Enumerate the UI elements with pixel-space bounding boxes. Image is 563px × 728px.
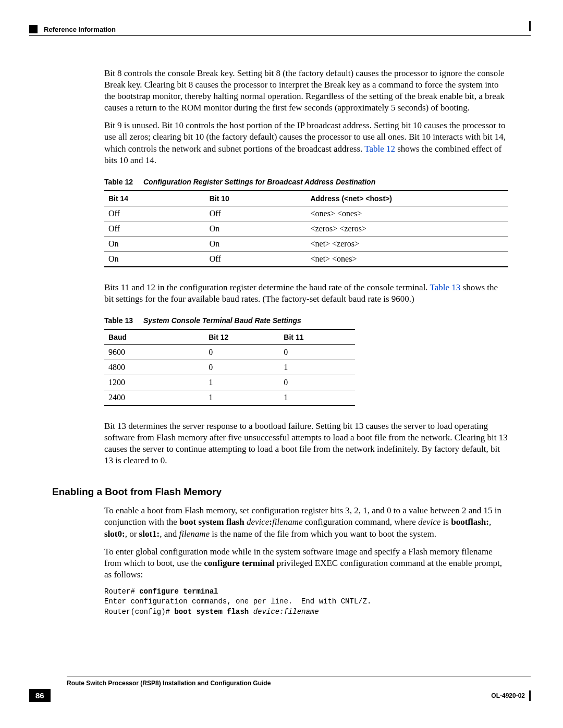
paragraph-bit13: Bit 13 determines the server response to… [104,421,508,466]
table12-h1: Bit 10 [205,191,307,206]
header-square-icon [29,25,38,33]
table13-caption-label: Table 13 [104,316,133,325]
table12: Bit 14 Bit 10 Address (<net> <host>) Off… [104,190,508,267]
table-header-row: Baud Bit 12 Bit 11 [104,329,355,345]
table-row: 480001 [104,360,355,375]
table-row: OffOff<ones> <ones> [104,206,508,221]
page-header: Reference Information [29,25,531,33]
table13-h1: Bit 12 [204,329,279,345]
footer-right-marker [529,690,531,701]
paragraph-bit9-10: Bit 9 is unused. Bit 10 controls the hos… [104,120,508,166]
table12-caption-text: Configuration Register Settings for Broa… [143,178,375,186]
footer-rule [67,676,531,676]
table-row: OnOff<net> <ones> [104,251,508,267]
table12-link[interactable]: Table 12 [364,144,395,154]
table-header-row: Bit 14 Bit 10 Address (<net> <host>) [104,191,508,206]
table12-caption-label: Table 12 [104,178,133,186]
breadcrumb: Reference Information [44,26,116,33]
table-row: OnOn<net> <zeros> [104,236,508,251]
table13-caption: Table 13System Console Terminal Baud Rat… [104,316,508,325]
table12-h0: Bit 14 [104,191,205,206]
table13: Baud Bit 12 Bit 11 960000 480001 120010 … [104,329,355,406]
page-footer: Route Switch Processor (RSP8) Installati… [29,676,531,702]
table12-h2: Address (<net> <host>) [307,191,509,206]
header-right-marker [529,21,531,31]
table12-caption: Table 12Configuration Register Settings … [104,178,508,186]
table13-link[interactable]: Table 13 [430,282,461,292]
section-p2: To enter global configuration mode while… [104,546,508,581]
section-heading-boot-flash: Enabling a Boot from Flash Memory [52,486,508,498]
footer-bottom-row: 86 OL-4920-02 [29,689,531,702]
code-block: Router# configure terminal Enter configu… [104,587,508,618]
paragraph-bits11-12: Bits 11 and 12 in the configuration regi… [104,282,508,305]
table13-h2: Bit 11 [279,329,354,345]
table13-h0: Baud [104,329,204,345]
para3-text-a: Bits 11 and 12 in the configuration regi… [104,282,430,292]
paragraph-bit8: Bit 8 controls the console Break key. Se… [104,68,508,114]
main-content: Bit 8 controls the console Break key. Se… [104,68,508,618]
table-row: 240011 [104,390,355,405]
table-row: OffOn<zeros> <zeros> [104,221,508,236]
section-p1: To enable a boot from Flash memory, set … [104,505,508,539]
footer-doc-title: Route Switch Processor (RSP8) Installati… [67,680,531,687]
footer-doc-id: OL-4920-02 [491,692,525,699]
table13-caption-text: System Console Terminal Baud Rate Settin… [143,316,301,325]
table-row: 960000 [104,344,355,360]
table-row: 120010 [104,375,355,390]
page-number: 86 [29,689,51,702]
header-rule [29,35,531,36]
